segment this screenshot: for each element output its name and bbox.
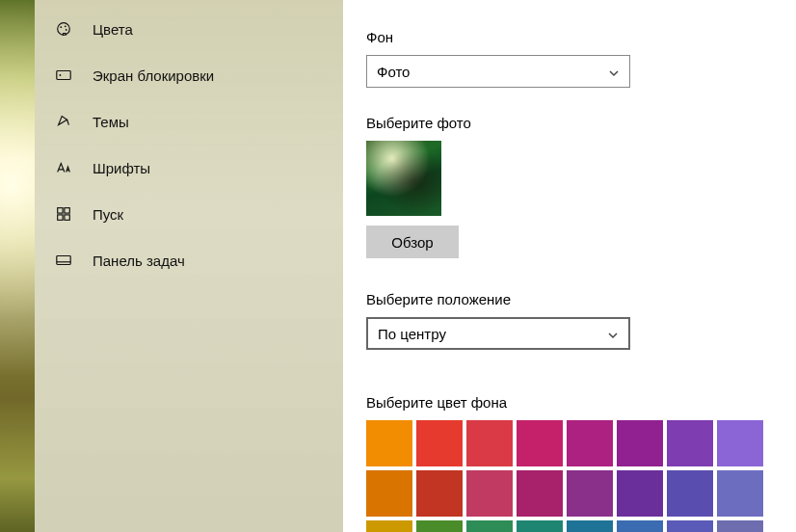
- svg-rect-10: [57, 256, 70, 265]
- fit-dropdown-value: По центру: [378, 326, 446, 342]
- sidebar-item-0[interactable]: Цвета: [35, 6, 343, 52]
- sidebar-item-label: Шрифты: [93, 160, 150, 176]
- svg-rect-9: [65, 215, 69, 220]
- background-label: Фон: [366, 29, 796, 45]
- settings-sidebar: ЦветаЭкран блокировкиТемыШрифтыПускПанел…: [35, 0, 343, 532]
- color-swatch[interactable]: [366, 520, 412, 532]
- start-icon: [54, 204, 73, 224]
- sidebar-item-label: Панель задач: [93, 253, 185, 269]
- palette-icon: [54, 19, 73, 39]
- bg-color-swatch-grid: [366, 420, 763, 532]
- color-swatch[interactable]: [667, 420, 713, 466]
- sidebar-item-label: Темы: [93, 114, 129, 130]
- sidebar-item-label: Пуск: [93, 206, 123, 223]
- color-swatch[interactable]: [667, 470, 713, 517]
- sidebar-item-label: Цвета: [93, 21, 133, 38]
- svg-point-3: [66, 29, 67, 31]
- sidebar-item-label: Экран блокировки: [93, 67, 214, 84]
- background-dropdown[interactable]: Фото: [366, 55, 630, 88]
- sidebar-item-2[interactable]: Темы: [35, 98, 343, 145]
- color-swatch[interactable]: [717, 520, 763, 532]
- color-swatch[interactable]: [667, 520, 713, 532]
- themes-icon: [54, 112, 73, 131]
- color-swatch[interactable]: [466, 520, 513, 532]
- color-swatch[interactable]: [567, 420, 613, 466]
- svg-point-5: [60, 74, 62, 76]
- color-swatch[interactable]: [366, 470, 412, 517]
- color-swatch[interactable]: [567, 470, 613, 517]
- color-swatch[interactable]: [466, 420, 513, 466]
- color-swatch[interactable]: [617, 520, 663, 532]
- color-swatch[interactable]: [416, 470, 463, 517]
- fonts-icon: [54, 158, 73, 177]
- svg-point-2: [65, 25, 66, 27]
- fit-dropdown[interactable]: По центру: [366, 317, 630, 350]
- fit-label: Выберите положение: [366, 291, 796, 307]
- chevron-down-icon: [607, 328, 619, 339]
- choose-photo-label: Выберите фото: [366, 115, 796, 131]
- color-swatch[interactable]: [717, 470, 763, 517]
- desktop-photo-sliver: [0, 0, 35, 532]
- sidebar-item-3[interactable]: Шрифты: [35, 145, 343, 191]
- browse-button[interactable]: Обзор: [366, 226, 459, 258]
- svg-rect-7: [65, 208, 69, 213]
- bg-color-label: Выберите цвет фона: [366, 394, 796, 411]
- background-dropdown-value: Фото: [377, 64, 410, 80]
- color-swatch[interactable]: [567, 520, 613, 532]
- photo-thumbnail[interactable]: [366, 141, 441, 216]
- color-swatch[interactable]: [517, 420, 563, 466]
- color-swatch[interactable]: [517, 470, 563, 517]
- sidebar-item-4[interactable]: Пуск: [35, 191, 343, 237]
- color-swatch[interactable]: [617, 470, 663, 517]
- color-swatch[interactable]: [416, 520, 463, 532]
- svg-point-1: [60, 26, 62, 28]
- color-swatch[interactable]: [366, 420, 412, 466]
- svg-rect-8: [58, 215, 63, 220]
- color-swatch[interactable]: [717, 420, 763, 466]
- settings-main: Фон Фото Выберите фото Обзор Выберите по…: [343, 0, 796, 532]
- sidebar-item-5[interactable]: Панель задач: [35, 237, 343, 283]
- lockscreen-icon: [54, 66, 73, 85]
- sidebar-item-1[interactable]: Экран блокировки: [35, 52, 343, 98]
- color-swatch[interactable]: [416, 420, 463, 466]
- color-swatch[interactable]: [517, 520, 563, 532]
- chevron-down-icon: [608, 66, 620, 77]
- color-swatch[interactable]: [617, 420, 663, 466]
- color-swatch[interactable]: [466, 470, 513, 517]
- svg-rect-4: [57, 71, 70, 80]
- svg-rect-6: [58, 208, 63, 213]
- taskbar-icon: [54, 251, 73, 270]
